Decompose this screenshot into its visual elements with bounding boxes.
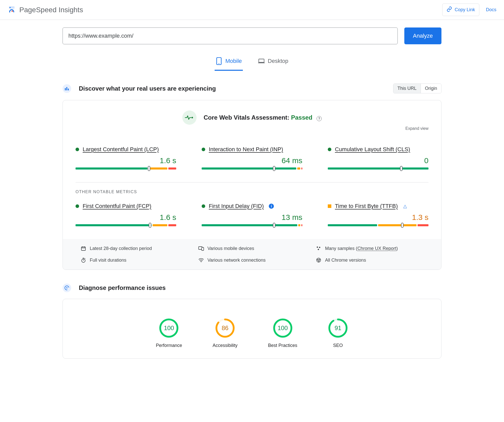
help-icon[interactable]: ? bbox=[317, 116, 322, 121]
svg-rect-12 bbox=[81, 247, 85, 250]
scope-toggle: This URL Origin bbox=[393, 83, 441, 93]
metric-inp-name[interactable]: Interaction to Next Paint (INP) bbox=[209, 146, 283, 153]
discover-section-row: Discover what your real users are experi… bbox=[63, 83, 441, 93]
svg-point-19 bbox=[201, 262, 201, 262]
metric-ttfb-name[interactable]: Time to First Byte (TTFB) bbox=[335, 203, 398, 209]
scope-origin[interactable]: Origin bbox=[421, 84, 441, 93]
calendar-icon bbox=[81, 246, 86, 251]
footer-devices: Various mobile devices bbox=[198, 246, 306, 251]
field-data-card: Core Web Vitals Assessment: Passed ? Exp… bbox=[63, 100, 441, 270]
svg-point-11 bbox=[191, 117, 193, 118]
tab-desktop[interactable]: Desktop bbox=[257, 56, 289, 71]
footer-versions: All Chrome versions bbox=[316, 257, 423, 263]
cwv-assessment: Core Web Vitals Assessment: Passed ? Exp… bbox=[76, 110, 428, 125]
score-label: SEO bbox=[333, 343, 343, 348]
tab-mobile-label: Mobile bbox=[225, 58, 242, 64]
lighthouse-scores: 100Performance86Accessibility100Best Pra… bbox=[76, 309, 428, 356]
svg-rect-3 bbox=[10, 7, 11, 8]
metrics-divider bbox=[76, 182, 428, 182]
score-performance[interactable]: 100Performance bbox=[156, 318, 182, 348]
crux-link[interactable]: Chrome UX Report bbox=[357, 246, 396, 251]
metric-lcp-value: 1.6 s bbox=[76, 156, 176, 165]
score-value: 100 bbox=[159, 318, 179, 338]
main-content: Analyze Mobile Desktop Discover what you… bbox=[29, 20, 475, 383]
svg-point-17 bbox=[318, 249, 319, 250]
diagnose-section-row: Diagnose performance issues bbox=[63, 284, 441, 292]
url-input[interactable] bbox=[63, 27, 398, 44]
assessment-label: Core Web Vitals Assessment: bbox=[204, 114, 291, 121]
metric-lcp-bar bbox=[76, 167, 176, 170]
metric-fid-bar bbox=[202, 224, 302, 226]
experimental-icon[interactable]: △ bbox=[403, 203, 407, 209]
metric-fcp-bar bbox=[76, 224, 176, 226]
score-best-practices[interactable]: 100Best Practices bbox=[268, 318, 297, 348]
metric-cls-name[interactable]: Cumulative Layout Shift (CLS) bbox=[335, 146, 410, 153]
metric-inp: Interaction to Next Paint (INP) 64 ms bbox=[202, 146, 302, 170]
assessment-status: Passed bbox=[291, 114, 312, 121]
scope-this-url[interactable]: This URL bbox=[393, 84, 421, 93]
svg-rect-10 bbox=[68, 89, 69, 90]
metric-cls-value: 0 bbox=[328, 156, 428, 165]
footer-durations: Full visit durations bbox=[81, 257, 188, 263]
pulse-icon bbox=[182, 110, 197, 125]
info-icon[interactable]: i bbox=[269, 204, 274, 209]
svg-rect-14 bbox=[202, 247, 204, 250]
url-row: Analyze bbox=[63, 27, 441, 44]
score-label: Performance bbox=[156, 343, 182, 348]
svg-point-16 bbox=[319, 247, 320, 248]
gauge: 100 bbox=[273, 318, 293, 338]
metric-fcp: First Contentful Paint (FCP) 1.6 s bbox=[76, 203, 176, 226]
metric-ttfb-value: 1.3 s bbox=[328, 213, 428, 222]
svg-point-5 bbox=[219, 63, 219, 64]
status-dot-green bbox=[76, 148, 79, 151]
metric-cls-bar bbox=[328, 167, 428, 170]
assessment-text: Core Web Vitals Assessment: Passed ? bbox=[204, 114, 322, 121]
score-value: 91 bbox=[328, 318, 348, 338]
samples-icon bbox=[316, 246, 321, 251]
gauge: 86 bbox=[215, 318, 235, 338]
metric-fcp-name[interactable]: First Contentful Paint (FCP) bbox=[83, 203, 151, 209]
core-vitals-grid: Largest Contentful Paint (LCP) 1.6 s Int… bbox=[76, 130, 428, 170]
metric-inp-bar bbox=[202, 167, 302, 170]
docs-link[interactable]: Docs bbox=[486, 7, 496, 12]
metric-ttfb: Time to First Byte (TTFB) △ 1.3 s bbox=[328, 203, 428, 226]
metric-fid-value: 13 ms bbox=[202, 213, 302, 222]
status-square-orange bbox=[328, 204, 331, 208]
copy-link-button[interactable]: Copy Link bbox=[442, 4, 479, 16]
metric-lcp-name[interactable]: Largest Contentful Paint (LCP) bbox=[83, 146, 159, 153]
tab-desktop-label: Desktop bbox=[268, 58, 288, 64]
brand: PageSpeed Insights bbox=[8, 6, 83, 14]
score-seo[interactable]: 91SEO bbox=[328, 318, 348, 348]
svg-rect-8 bbox=[65, 88, 66, 90]
svg-rect-6 bbox=[259, 59, 264, 62]
device-tabs: Mobile Desktop bbox=[63, 56, 441, 71]
metric-fid: First Input Delay (FID) i 13 ms bbox=[202, 203, 302, 226]
status-dot-green bbox=[76, 204, 79, 208]
users-icon bbox=[63, 84, 71, 93]
app-title: PageSpeed Insights bbox=[19, 6, 83, 14]
metric-ttfb-bar bbox=[328, 224, 428, 226]
tab-mobile[interactable]: Mobile bbox=[215, 56, 243, 71]
svg-point-1 bbox=[12, 10, 13, 12]
diagnose-icon bbox=[63, 284, 71, 292]
devices-icon bbox=[198, 246, 204, 251]
score-label: Accessibility bbox=[213, 343, 238, 348]
link-icon bbox=[447, 6, 452, 13]
gauge: 91 bbox=[328, 318, 348, 338]
expand-view-link[interactable]: Expand view bbox=[405, 126, 428, 131]
lighthouse-card: 100Performance86Accessibility100Best Pra… bbox=[63, 299, 441, 359]
wifi-icon bbox=[198, 257, 204, 263]
copy-link-label: Copy Link bbox=[455, 7, 475, 12]
svg-point-23 bbox=[66, 287, 67, 288]
score-value: 86 bbox=[215, 318, 235, 338]
score-label: Best Practices bbox=[268, 343, 297, 348]
status-dot-green bbox=[202, 204, 205, 208]
analyze-button[interactable]: Analyze bbox=[404, 27, 441, 44]
metric-fid-name[interactable]: First Input Delay (FID) bbox=[209, 203, 264, 209]
other-metrics-heading: OTHER NOTABLE METRICS bbox=[76, 190, 428, 194]
score-accessibility[interactable]: 86Accessibility bbox=[213, 318, 238, 348]
status-dot-green bbox=[328, 148, 331, 151]
chrome-icon bbox=[316, 257, 321, 263]
discover-title: Discover what your real users are experi… bbox=[79, 85, 216, 92]
header-actions: Copy Link Docs bbox=[442, 4, 496, 16]
